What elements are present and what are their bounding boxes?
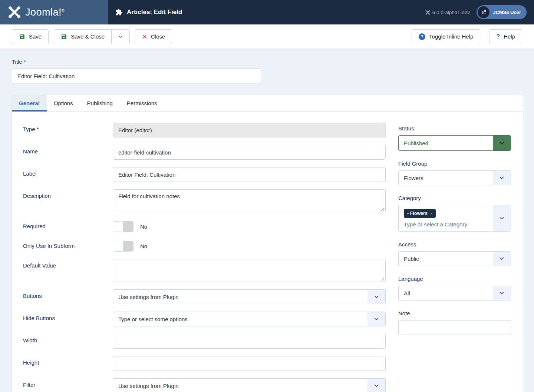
note-input[interactable] xyxy=(398,320,511,335)
required-state: No xyxy=(140,223,147,230)
category-multiselect[interactable]: - Flowers × Type or select a Category xyxy=(398,205,511,232)
tab-general[interactable]: General xyxy=(12,95,47,112)
category-tag-label: - Flowers xyxy=(407,211,428,216)
chevron-down-icon xyxy=(493,252,511,266)
height-label: Height xyxy=(23,356,113,371)
category-tag: - Flowers × xyxy=(404,209,436,218)
chevron-down-icon xyxy=(367,290,385,304)
header-bar: Joomla!® Articles: Edit Field 6.0.0-alph… xyxy=(0,0,534,24)
access-label: Access xyxy=(398,241,511,248)
close-icon xyxy=(142,34,147,39)
name-label: Name xyxy=(23,145,113,160)
width-row: Width xyxy=(23,334,386,349)
form-right-column: Status Published Field Group Flowers xyxy=(398,123,511,392)
help-label: Help xyxy=(504,33,515,40)
label-row: Label Editor Field: Cultivation xyxy=(23,167,386,182)
default-value-label: Default Value xyxy=(23,259,113,282)
filter-select[interactable]: Use settings from Plugin xyxy=(113,378,386,392)
status-select-value: Published xyxy=(399,136,493,150)
puzzle-icon xyxy=(115,9,123,16)
filter-label: Filter xyxy=(23,378,113,392)
save-close-group: Save & Close xyxy=(54,29,130,44)
help-button[interactable]: ? Help xyxy=(489,29,522,44)
chevron-down-icon xyxy=(367,312,385,326)
height-input[interactable] xyxy=(113,356,386,371)
tab-publishing[interactable]: Publishing xyxy=(80,95,120,111)
subform-row: Only Use In Subform No xyxy=(23,239,386,252)
buttons-select[interactable]: Use settings from Plugin xyxy=(113,289,386,304)
hide-buttons-multiselect[interactable]: Type or select some options xyxy=(113,312,386,326)
save-icon xyxy=(61,33,67,40)
tag-remove-icon[interactable]: × xyxy=(430,211,432,216)
access-select[interactable]: Public xyxy=(398,251,511,266)
form-left-column: Type * Editor (editor) Name editor-field… xyxy=(23,123,386,392)
title-label: Title * xyxy=(12,59,523,65)
status-select[interactable]: Published xyxy=(398,135,511,151)
required-row: Required No xyxy=(23,220,386,232)
type-label: Type * xyxy=(23,123,113,137)
title-input[interactable]: Editor Field: Cultivation xyxy=(12,69,261,83)
language-label: Language xyxy=(398,276,511,282)
filter-row: Filter Use settings from Plugin xyxy=(23,378,386,392)
width-label: Width xyxy=(23,334,113,349)
language-select[interactable]: All xyxy=(398,286,511,300)
joomla-logo-block[interactable]: Joomla!® xyxy=(0,0,108,24)
description-label: Description xyxy=(23,189,113,212)
save-icon xyxy=(19,33,25,40)
toggle-inline-help-button[interactable]: ? Toggle Inline Help xyxy=(412,29,480,44)
height-row: Height xyxy=(23,356,386,371)
description-textarea[interactable]: Field for cultivation notes xyxy=(113,189,386,212)
header-right: 6.0.0-alpha1-dev JCMS6 User xyxy=(425,0,534,24)
access-select-value: Public xyxy=(399,252,493,266)
joomla-logo-icon xyxy=(8,6,21,19)
filter-select-value: Use settings from Plugin xyxy=(113,379,367,392)
hide-buttons-row: Hide Buttons Type or select some options xyxy=(23,312,386,326)
width-input[interactable] xyxy=(113,334,386,349)
chevron-down-icon xyxy=(493,136,511,150)
required-toggle[interactable] xyxy=(113,221,134,232)
subform-label: Only Use In Subform xyxy=(23,239,113,252)
category-field: Category - Flowers × Type or select a Ca… xyxy=(398,195,511,232)
inline-help-icon: ? xyxy=(419,33,425,40)
type-row: Type * Editor (editor) xyxy=(23,123,386,137)
page-title: Articles: Edit Field xyxy=(127,9,182,16)
label-input[interactable]: Editor Field: Cultivation xyxy=(113,167,386,182)
note-field: Note xyxy=(398,310,511,335)
description-row: Description Field for cultivation notes xyxy=(23,189,386,212)
close-label: Close xyxy=(151,33,165,40)
tab-permissions[interactable]: Permissions xyxy=(120,95,164,111)
buttons-row: Buttons Use settings from Plugin xyxy=(23,289,386,304)
type-input: Editor (editor) xyxy=(113,123,386,137)
label-label: Label xyxy=(23,167,113,182)
required-label: Required xyxy=(23,220,113,232)
toolbar-right: ? Toggle Inline Help ? Help xyxy=(412,29,522,44)
field-group-label: Field Group xyxy=(398,160,511,167)
status-label: Status xyxy=(398,125,511,132)
language-select-value: All xyxy=(399,286,493,300)
access-field: Access Public xyxy=(398,241,511,266)
language-field: Language All xyxy=(398,276,511,300)
chevron-down-icon xyxy=(118,34,123,40)
default-value-row: Default Value xyxy=(23,259,386,282)
general-tab-panel: Type * Editor (editor) Name editor-field… xyxy=(12,112,523,392)
default-value-textarea[interactable] xyxy=(113,259,386,282)
close-button[interactable]: Close xyxy=(135,29,172,44)
chevron-down-icon xyxy=(493,205,511,231)
tab-options[interactable]: Options xyxy=(47,95,80,111)
save-label: Save xyxy=(29,33,42,40)
subform-toggle[interactable] xyxy=(113,241,134,252)
status-field: Status Published xyxy=(398,125,511,151)
save-button[interactable]: Save xyxy=(12,29,49,44)
form-card: General Options Publishing Permissions T… xyxy=(12,95,523,392)
toggle-inline-help-label: Toggle Inline Help xyxy=(429,33,473,40)
field-group-select[interactable]: Flowers xyxy=(398,170,511,185)
hide-buttons-placeholder: Type or select some options xyxy=(113,312,367,326)
buttons-select-value: Use settings from Plugin xyxy=(113,290,367,304)
save-close-button[interactable]: Save & Close xyxy=(54,29,112,44)
save-dropdown-toggle[interactable] xyxy=(111,29,130,44)
name-input[interactable]: editor-field-cultivation xyxy=(113,145,386,160)
user-menu-button[interactable]: JCMS6 User xyxy=(477,5,527,19)
version-text: 6.0.0-alpha1-dev xyxy=(432,10,470,15)
note-label: Note xyxy=(398,310,511,316)
help-icon: ? xyxy=(496,33,500,40)
